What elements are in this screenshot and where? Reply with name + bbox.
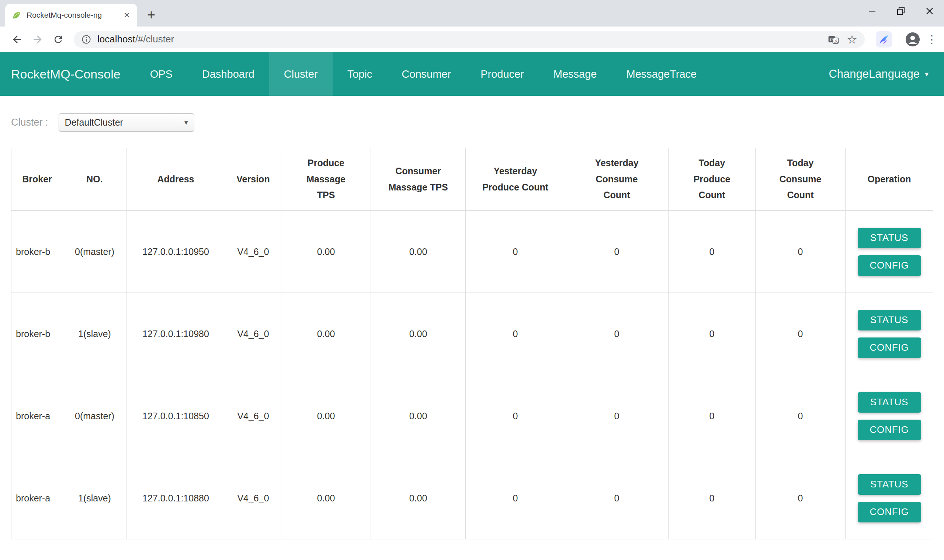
nav-item-ops[interactable]: OPS: [135, 52, 187, 96]
cluster-select-value: DefaultCluster: [65, 117, 123, 128]
nav-item-dashboard[interactable]: Dashboard: [187, 52, 269, 96]
cell-produce-tps: 0.00: [281, 375, 371, 457]
cell-today-produce: 0: [669, 211, 756, 293]
app-navbar: RocketMQ-Console OPS Dashboard Cluster T…: [0, 52, 944, 96]
cell-today-consume: 0: [756, 457, 845, 539]
cell-consume-tps: 0.00: [371, 375, 466, 457]
col-produce-massage-tps: Produce Massage TPS: [281, 148, 371, 211]
url-path: /#/cluster: [135, 34, 174, 45]
chevron-down-icon: ▾: [925, 70, 929, 78]
cell-operation: STATUS CONFIG: [845, 293, 933, 375]
cell-produce-tps: 0.00: [281, 293, 371, 375]
status-button[interactable]: STATUS: [858, 474, 921, 495]
cell-yesterday-produce: 0: [466, 375, 565, 457]
cluster-select-label: Cluster :: [11, 117, 48, 128]
back-icon[interactable]: [7, 29, 27, 50]
broker-table: Broker NO. Address Version Produce Massa…: [11, 148, 933, 539]
site-info-icon[interactable]: [81, 34, 91, 45]
nav-items: OPS Dashboard Cluster Topic Consumer Pro…: [135, 52, 712, 96]
cell-operation: STATUS CONFIG: [845, 375, 933, 457]
nav-item-messagetrace[interactable]: MessageTrace: [611, 52, 711, 96]
extension-bird-icon[interactable]: [876, 31, 892, 48]
cell-produce-tps: 0.00: [281, 211, 371, 293]
col-address: Address: [126, 148, 225, 211]
cell-broker: broker-a: [11, 375, 63, 457]
cell-today-consume: 0: [756, 211, 845, 293]
select-caret-icon: ▾: [184, 118, 188, 127]
new-tab-button[interactable]: +: [143, 7, 159, 23]
nav-item-message[interactable]: Message: [539, 52, 612, 96]
col-yesterday-produce-count: Yesterday Produce Count: [466, 148, 565, 211]
nav-item-consumer[interactable]: Consumer: [387, 52, 466, 96]
cell-no: 1(slave): [63, 457, 126, 539]
restore-icon[interactable]: [887, 0, 915, 22]
config-button[interactable]: CONFIG: [858, 337, 921, 358]
minimize-icon[interactable]: [858, 0, 887, 22]
config-button[interactable]: CONFIG: [858, 502, 921, 522]
close-window-icon[interactable]: [915, 0, 944, 22]
nav-item-topic[interactable]: Topic: [333, 52, 387, 96]
change-language-dropdown[interactable]: ChangeLanguage ▾: [828, 68, 929, 81]
tab-close-icon[interactable]: ×: [123, 10, 131, 20]
forward-icon[interactable]: [27, 29, 48, 50]
cell-produce-tps: 0.00: [281, 457, 371, 539]
window-controls: [858, 0, 944, 22]
cluster-filter-row: Cluster : DefaultCluster ▾: [11, 114, 933, 132]
cell-address: 127.0.0.1:10950: [126, 211, 225, 293]
cell-consume-tps: 0.00: [371, 211, 466, 293]
toolbar-divider: [899, 34, 899, 45]
address-bar[interactable]: localhost/#/cluster G 文 ☆: [74, 31, 865, 48]
col-broker: Broker: [11, 148, 63, 211]
col-no: NO.: [63, 148, 126, 211]
cell-today-produce: 0: [669, 457, 756, 539]
reload-icon[interactable]: [48, 29, 69, 50]
status-button[interactable]: STATUS: [858, 228, 921, 248]
cluster-select[interactable]: DefaultCluster ▾: [59, 114, 194, 132]
profile-avatar[interactable]: [905, 32, 920, 46]
cell-today-produce: 0: [669, 293, 756, 375]
cell-today-consume: 0: [756, 293, 845, 375]
nav-item-cluster[interactable]: Cluster: [269, 52, 333, 96]
col-operation: Operation: [845, 148, 933, 211]
leaf-favicon-icon: [12, 10, 22, 20]
cluster-page: Cluster : DefaultCluster ▾ Broker NO. Ad…: [0, 114, 944, 539]
cell-address: 127.0.0.1:10980: [126, 293, 225, 375]
cell-consume-tps: 0.00: [371, 457, 466, 539]
cell-today-consume: 0: [756, 375, 845, 457]
col-today-consume-count: Today Consume Count: [756, 148, 845, 211]
cell-yesterday-consume: 0: [565, 293, 669, 375]
config-button[interactable]: CONFIG: [858, 255, 921, 276]
cell-yesterday-produce: 0: [466, 293, 565, 375]
browser-menu-icon[interactable]: ⋮: [926, 34, 937, 45]
cell-no: 1(slave): [63, 293, 126, 375]
cell-broker: broker-a: [11, 457, 63, 539]
col-today-produce-count: Today Produce Count: [669, 148, 756, 211]
cell-operation: STATUS CONFIG: [845, 211, 933, 293]
table-row: broker-a 1(slave) 127.0.0.1:10880 V4_6_0…: [11, 457, 933, 539]
bookmark-star-icon[interactable]: ☆: [847, 34, 858, 45]
browser-tab[interactable]: RocketMq-console-ng ×: [5, 4, 137, 26]
cell-version: V4_6_0: [225, 457, 281, 539]
status-button[interactable]: STATUS: [858, 310, 921, 331]
col-version: Version: [225, 148, 281, 211]
url-text[interactable]: localhost/#/cluster: [97, 34, 820, 45]
browser-toolbar: localhost/#/cluster G 文 ☆ ⋮: [0, 26, 944, 52]
svg-text:文: 文: [834, 38, 838, 43]
cell-version: V4_6_0: [225, 293, 281, 375]
translate-icon[interactable]: G 文: [827, 34, 839, 45]
cell-yesterday-consume: 0: [565, 457, 669, 539]
status-button[interactable]: STATUS: [858, 392, 921, 412]
url-host: localhost: [97, 34, 135, 45]
cell-consume-tps: 0.00: [371, 293, 466, 375]
cell-broker: broker-b: [11, 211, 63, 293]
tab-title: RocketMq-console-ng: [26, 11, 123, 20]
col-yesterday-consume-count: Yesterday Consume Count: [565, 148, 669, 211]
table-row: broker-b 0(master) 127.0.0.1:10950 V4_6_…: [11, 211, 933, 293]
nav-item-producer[interactable]: Producer: [466, 52, 539, 96]
col-consumer-massage-tps: Consumer Massage TPS: [371, 148, 466, 211]
cell-operation: STATUS CONFIG: [845, 457, 933, 539]
brand-title[interactable]: RocketMQ-Console: [11, 67, 120, 82]
cell-yesterday-consume: 0: [565, 375, 669, 457]
table-row: broker-b 1(slave) 127.0.0.1:10980 V4_6_0…: [11, 293, 933, 375]
config-button[interactable]: CONFIG: [858, 420, 921, 440]
